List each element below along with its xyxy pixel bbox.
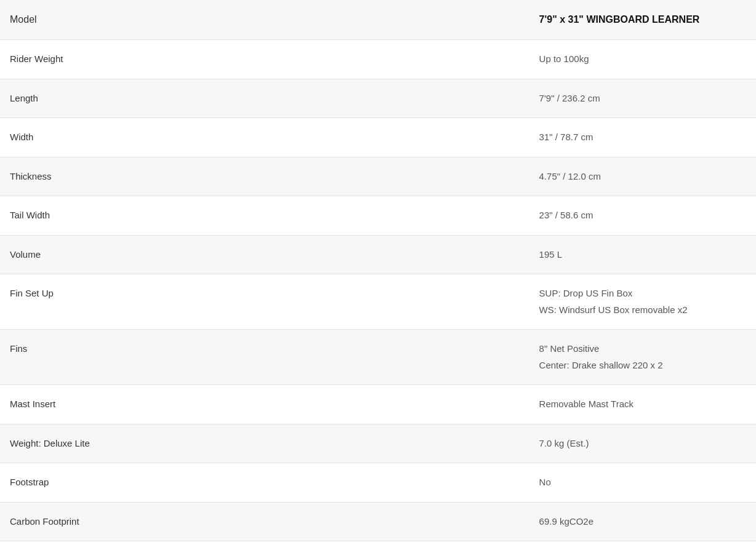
spec-label-footstrap: Footstrap <box>0 463 529 503</box>
value-line: 8" Net Positive <box>539 342 746 356</box>
value-line: Center: Drake shallow 220 x 2 <box>539 359 746 373</box>
spec-value-fin-set-up: SUP: Drop US Fin BoxWS: Windsurf US Box … <box>529 274 756 330</box>
table-row-mast-insert: Mast InsertRemovable Mast Track <box>0 385 756 424</box>
spec-label-tail-width: Tail Width <box>0 196 529 236</box>
table-row-carbon-footprint: Carbon Footprint69.9 kgCO2e <box>0 502 756 541</box>
specs-table: Model7'9" x 31" WINGBOARD LEARNERRider W… <box>0 0 756 541</box>
multi-value-fin-set-up: SUP: Drop US Fin BoxWS: Windsurf US Box … <box>539 287 746 317</box>
table-row-fins: Fins8" Net PositiveCenter: Drake shallow… <box>0 330 756 385</box>
spec-value-model: 7'9" x 31" WINGBOARD LEARNER <box>529 0 756 40</box>
table-row-tail-width: Tail Width23" / 58.6 cm <box>0 196 756 236</box>
spec-value-weight: 7.0 kg (Est.) <box>529 424 756 463</box>
value-line: WS: Windsurf US Box removable x2 <box>539 303 746 317</box>
table-row-footstrap: FootstrapNo <box>0 463 756 503</box>
table-row-rider-weight: Rider WeightUp to 100kg <box>0 40 756 79</box>
table-row-length: Length7'9" / 236.2 cm <box>0 79 756 118</box>
spec-value-footstrap: No <box>529 463 756 503</box>
table-row-volume: Volume195 L <box>0 235 756 274</box>
spec-label-length: Length <box>0 79 529 118</box>
table-row-fin-set-up: Fin Set UpSUP: Drop US Fin BoxWS: Windsu… <box>0 274 756 330</box>
spec-value-width: 31" / 78.7 cm <box>529 118 756 157</box>
spec-value-tail-width: 23" / 58.6 cm <box>529 196 756 236</box>
spec-label-fins: Fins <box>0 330 529 385</box>
spec-value-volume: 195 L <box>529 235 756 274</box>
table-row-thickness: Thickness4.75" / 12.0 cm <box>0 157 756 196</box>
table-row-model: Model7'9" x 31" WINGBOARD LEARNER <box>0 0 756 40</box>
spec-label-mast-insert: Mast Insert <box>0 385 529 424</box>
value-line: SUP: Drop US Fin Box <box>539 287 746 301</box>
table-row-weight: Weight: Deluxe Lite7.0 kg (Est.) <box>0 424 756 463</box>
table-row-width: Width31" / 78.7 cm <box>0 118 756 157</box>
spec-label-width: Width <box>0 118 529 157</box>
spec-value-mast-insert: Removable Mast Track <box>529 385 756 424</box>
spec-label-model: Model <box>0 0 529 40</box>
spec-value-carbon-footprint: 69.9 kgCO2e <box>529 502 756 541</box>
spec-value-fins: 8" Net PositiveCenter: Drake shallow 220… <box>529 330 756 385</box>
spec-label-weight: Weight: Deluxe Lite <box>0 424 529 463</box>
spec-label-volume: Volume <box>0 235 529 274</box>
spec-label-thickness: Thickness <box>0 157 529 196</box>
spec-value-thickness: 4.75" / 12.0 cm <box>529 157 756 196</box>
spec-value-rider-weight: Up to 100kg <box>529 40 756 79</box>
spec-label-carbon-footprint: Carbon Footprint <box>0 502 529 541</box>
spec-label-fin-set-up: Fin Set Up <box>0 274 529 330</box>
spec-value-length: 7'9" / 236.2 cm <box>529 79 756 118</box>
multi-value-fins: 8" Net PositiveCenter: Drake shallow 220… <box>539 342 746 372</box>
spec-label-rider-weight: Rider Weight <box>0 40 529 79</box>
